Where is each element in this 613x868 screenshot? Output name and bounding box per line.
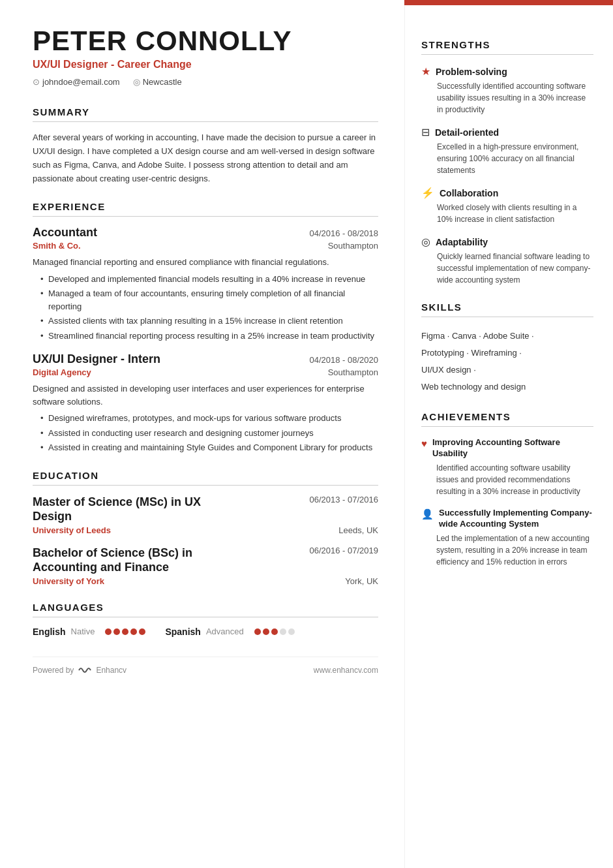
powered-by-label: Powered by	[33, 666, 74, 675]
detail-icon: ⊟	[421, 126, 430, 138]
candidate-title: UX/UI Designer - Career Change	[33, 59, 378, 70]
dot	[122, 628, 128, 635]
skills-section: SKILLS Figma · Canva · Adobe Suite · Pro…	[421, 302, 593, 395]
job-2-title: UX/UI Designer - Intern	[33, 352, 160, 366]
skills-text: Figma · Canva · Adobe Suite · Prototypin…	[421, 328, 593, 395]
education-section: EDUCATION Master of Science (MSc) in UX …	[33, 470, 378, 586]
email-icon: ⊙	[33, 77, 40, 87]
header: PETER CONNOLLY UX/UI Designer - Career C…	[33, 26, 378, 87]
bullet: Assisted in conducting user research and…	[40, 427, 378, 440]
summary-section: SUMMARY After several years of working i…	[33, 106, 378, 185]
brand-name: Enhancv	[96, 666, 127, 675]
achievement-2: 👤 Successfully Implementing Company-wide…	[421, 508, 593, 568]
achievements-title: ACHIEVEMENTS	[421, 411, 593, 427]
education-title: EDUCATION	[33, 470, 378, 486]
achievement-1-title: Improving Accounting Software Usability	[432, 437, 593, 459]
heart-icon: ♥	[421, 438, 427, 449]
skills-line-4: Web technology and design	[421, 379, 593, 395]
strength-2-desc: Excelled in a high-pressure environment,…	[421, 141, 593, 176]
strength-3-desc: Worked closely with clients resulting in…	[421, 202, 593, 225]
strength-1: ★ Problem-solving Successfully identifie…	[421, 65, 593, 116]
bullet: Assisted in creating and maintaining Sty…	[40, 441, 378, 454]
dot	[254, 628, 261, 635]
experience-title: EXPERIENCE	[33, 201, 378, 217]
edu-2-header: Bachelor of Science (BSc) in Accounting …	[33, 546, 378, 575]
job-2-header: UX/UI Designer - Intern 04/2018 - 08/202…	[33, 352, 378, 366]
lang-spanish: Spanish Advanced	[165, 627, 294, 637]
job-2-company: Digital Agency	[33, 367, 91, 377]
edu-1: Master of Science (MSc) in UX Design 06/…	[33, 495, 378, 535]
edu-2-degree: Bachelor of Science (BSc) in Accounting …	[33, 546, 241, 575]
left-column: PETER CONNOLLY UX/UI Designer - Career C…	[0, 0, 404, 868]
job-2-bullets: Designed wireframes, prototypes, and moc…	[33, 412, 378, 454]
edu-2: Bachelor of Science (BSc) in Accounting …	[33, 546, 378, 586]
strength-2-header: ⊟ Detail-oriented	[421, 126, 593, 138]
bullet: Developed and implemented financial mode…	[40, 273, 378, 286]
strength-4-header: ◎ Adaptability	[421, 236, 593, 248]
lang-english: English Native	[33, 627, 145, 637]
star-icon: ★	[421, 65, 430, 78]
strength-3-title: Collaboration	[440, 188, 498, 198]
job-2-desc: Designed and assisted in developing user…	[33, 382, 378, 408]
achievements-section: ACHIEVEMENTS ♥ Improving Accounting Soft…	[421, 411, 593, 568]
job-1: Accountant 04/2016 - 08/2018 Smith & Co.…	[33, 226, 378, 342]
lang-english-name: English	[33, 627, 66, 637]
edu-2-dates: 06/2016 - 07/2019	[309, 546, 378, 555]
summary-text: After several years of working in accoun…	[33, 131, 378, 185]
languages-row: English Native Spanish Advanced	[33, 627, 378, 637]
job-1-dates: 04/2016 - 08/2018	[309, 228, 378, 238]
pin-icon: ◎	[421, 236, 430, 248]
footer-brand: Powered by Enhancv	[33, 665, 127, 675]
lang-spanish-name: Spanish	[165, 627, 200, 637]
edu-1-subrow: University of Leeds Leeds, UK	[33, 525, 378, 535]
skills-line-1: Figma · Canva · Adobe Suite ·	[421, 328, 593, 345]
dot	[130, 628, 137, 635]
strength-1-title: Problem-solving	[436, 67, 507, 77]
strength-4: ◎ Adaptability Quickly learned financial…	[421, 236, 593, 286]
edu-2-subrow: University of York York, UK	[33, 576, 378, 586]
contact-row: ⊙ johndoe@email.com ◎ Newcastle	[33, 77, 378, 87]
languages-section: LANGUAGES English Native Spanis	[33, 602, 378, 637]
dot	[280, 628, 286, 635]
edu-1-dates: 06/2013 - 07/2016	[309, 495, 378, 504]
achievement-2-desc: Led the implementation of a new accounti…	[421, 533, 593, 568]
strengths-section: STRENGTHS ★ Problem-solving Successfully…	[421, 39, 593, 286]
job-1-company: Smith & Co.	[33, 241, 81, 251]
footer: Powered by Enhancv www.enhancv.com	[33, 657, 378, 675]
right-column: STRENGTHS ★ Problem-solving Successfully…	[404, 0, 613, 868]
skills-title: SKILLS	[421, 302, 593, 317]
strength-1-header: ★ Problem-solving	[421, 65, 593, 78]
brand-logo-icon	[78, 665, 92, 675]
strengths-title: STRENGTHS	[421, 39, 593, 55]
lang-english-level: Native	[71, 627, 95, 636]
bullet: Managed a team of four accountants, ensu…	[40, 287, 378, 313]
email-value: johndoe@email.com	[42, 77, 120, 87]
dot	[271, 628, 278, 635]
candidate-name: PETER CONNOLLY	[33, 26, 378, 56]
dot	[105, 628, 112, 635]
edu-2-school: University of York	[33, 576, 104, 586]
job-2-subrow: Digital Agency Southampton	[33, 367, 378, 377]
job-1-bullets: Developed and implemented financial mode…	[33, 273, 378, 343]
edu-1-school: University of Leeds	[33, 525, 111, 535]
edu-1-location: Leeds, UK	[338, 525, 378, 535]
job-2: UX/UI Designer - Intern 04/2018 - 08/202…	[33, 352, 378, 454]
edu-2-location: York, UK	[345, 576, 378, 586]
accent-bar	[404, 0, 613, 5]
achievement-1-desc: Identified accounting software usability…	[421, 462, 593, 497]
edu-1-header: Master of Science (MSc) in UX Design 06/…	[33, 495, 378, 524]
footer-website: www.enhancv.com	[314, 666, 378, 675]
job-2-dates: 04/2018 - 08/2020	[309, 355, 378, 365]
location-contact: ◎ Newcastle	[133, 77, 182, 87]
strength-3: ⚡ Collaboration Worked closely with clie…	[421, 187, 593, 225]
job-2-location: Southampton	[328, 367, 378, 377]
edu-1-degree: Master of Science (MSc) in UX Design	[33, 495, 241, 524]
summary-title: SUMMARY	[33, 106, 378, 122]
location-icon: ◎	[133, 77, 140, 87]
achievement-2-header: 👤 Successfully Implementing Company-wide…	[421, 508, 593, 530]
job-1-title: Accountant	[33, 226, 97, 240]
job-1-subrow: Smith & Co. Southampton	[33, 241, 378, 251]
experience-section: EXPERIENCE Accountant 04/2016 - 08/2018 …	[33, 201, 378, 454]
languages-title: LANGUAGES	[33, 602, 378, 617]
strength-2: ⊟ Detail-oriented Excelled in a high-pre…	[421, 126, 593, 176]
